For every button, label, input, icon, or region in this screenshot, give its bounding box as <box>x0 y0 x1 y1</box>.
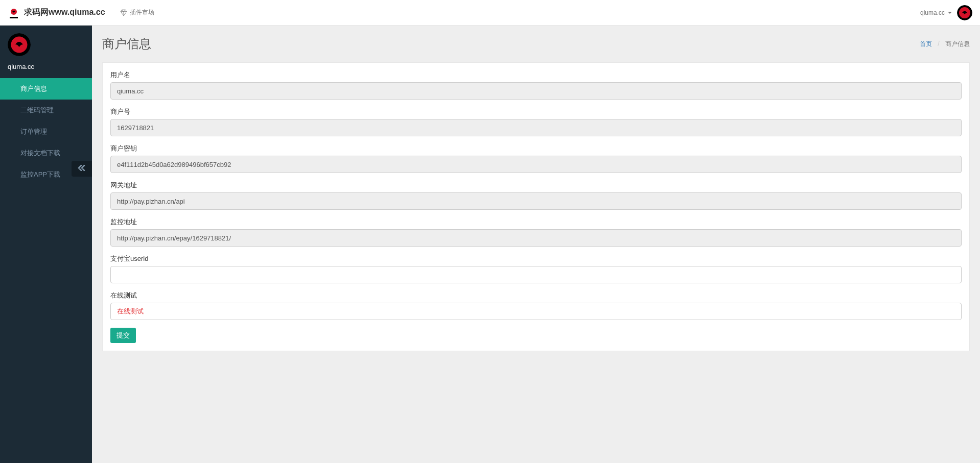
sidebar: qiuma.cc 商户信息 二维码管理 订单管理 对接文档下载 监控APP下载 <box>0 26 92 361</box>
chevron-down-icon <box>948 12 952 14</box>
breadcrumb-current: 商户信息 <box>945 40 970 47</box>
merchant-id-label: 商户号 <box>110 107 962 116</box>
sidebar-username: qiuma.cc <box>8 63 84 70</box>
user-avatar-icon[interactable] <box>957 5 972 20</box>
merchant-id-field <box>110 119 962 136</box>
brand-text: 求码网www.qiuma.cc <box>24 7 105 18</box>
page-title: 商户信息 <box>102 36 151 52</box>
user-dropdown-label: qiuma.cc <box>920 9 945 16</box>
alipay-userid-label: 支付宝userid <box>110 254 962 263</box>
form-group-online-test: 在线测试 在线测试 <box>110 291 962 320</box>
gateway-field <box>110 192 962 210</box>
top-header: 求码网www.qiuma.cc 插件市场 qiuma.cc <box>0 0 980 26</box>
form-group-alipay-userid: 支付宝userid <box>110 254 962 283</box>
gateway-label: 网关地址 <box>110 181 962 190</box>
sidebar-item-orders[interactable]: 订单管理 <box>0 121 92 142</box>
top-right: qiuma.cc <box>920 5 972 20</box>
submit-button[interactable]: 提交 <box>110 328 136 343</box>
monitor-label: 监控地址 <box>110 217 962 227</box>
alipay-userid-field[interactable] <box>110 266 962 283</box>
main-content: 商户信息 首页 / 商户信息 用户名 商户号 商户密钥 网关地址 监控地址 <box>92 26 980 361</box>
sidebar-item-qrcode[interactable]: 二维码管理 <box>0 100 92 121</box>
form-panel: 用户名 商户号 商户密钥 网关地址 监控地址 支付宝userid 在线测试 在线… <box>102 62 970 351</box>
breadcrumb-separator: / <box>938 40 939 47</box>
username-label: 用户名 <box>110 70 962 80</box>
online-test-label: 在线测试 <box>110 291 962 300</box>
user-dropdown[interactable]: qiuma.cc <box>920 9 952 16</box>
form-group-gateway: 网关地址 <box>110 181 962 210</box>
breadcrumb: 首页 / 商户信息 <box>920 40 970 48</box>
sidebar-collapse-button[interactable] <box>72 161 92 177</box>
breadcrumb-home-link[interactable]: 首页 <box>920 40 932 47</box>
plugin-market-label: 插件市场 <box>130 8 154 17</box>
monitor-field <box>110 229 962 247</box>
form-group-monitor: 监控地址 <box>110 217 962 247</box>
form-group-merchant-key: 商户密钥 <box>110 144 962 173</box>
online-test-box: 在线测试 <box>110 303 962 320</box>
merchant-key-field <box>110 156 962 173</box>
brand-logo-icon <box>8 7 20 19</box>
merchant-key-label: 商户密钥 <box>110 144 962 153</box>
sidebar-avatar-icon <box>8 33 31 56</box>
chevron-double-left-icon <box>78 165 86 171</box>
sidebar-profile: qiuma.cc <box>0 26 92 78</box>
plugin-market-link[interactable]: 插件市场 <box>120 8 154 17</box>
brand-section: 求码网www.qiuma.cc <box>8 7 120 19</box>
username-field <box>110 82 962 100</box>
form-group-username: 用户名 <box>110 70 962 100</box>
sidebar-item-merchant-info[interactable]: 商户信息 <box>0 78 92 100</box>
form-group-merchant-id: 商户号 <box>110 107 962 136</box>
page-header: 商户信息 首页 / 商户信息 <box>102 36 970 52</box>
online-test-link[interactable]: 在线测试 <box>117 307 144 316</box>
svg-rect-2 <box>10 17 18 18</box>
diamond-icon <box>120 9 127 16</box>
